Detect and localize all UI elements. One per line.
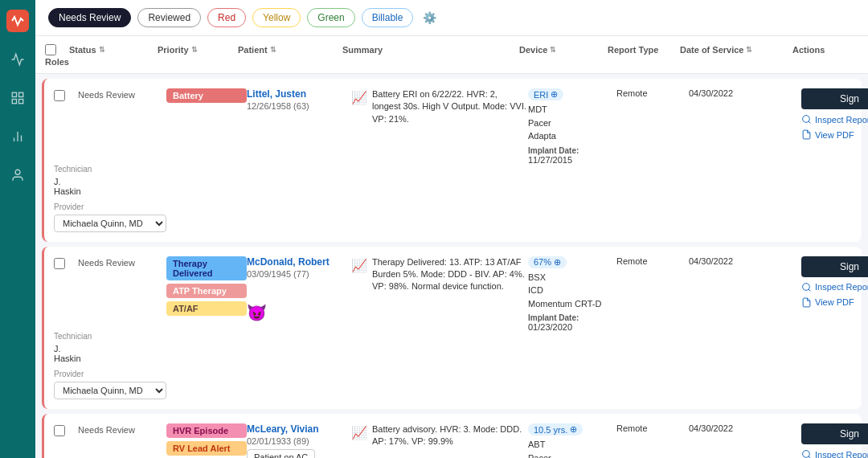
report-type: Remote [616,423,689,433]
view-pdf-link[interactable]: View PDF [801,129,868,140]
sign-button[interactable]: Sign [801,423,868,444]
summary-col: 📈 Battery advisory. HVR: 3. Mode: DDD. A… [351,423,528,448]
technician-label: Technician [54,332,78,341]
device-status-badge: ERI ⊕ [528,88,563,100]
device-status-badge: 10.5 yrs. ⊕ [528,423,583,436]
table-row: Needs Review Battery Littel, Justen 12/2… [42,79,862,242]
actions-col: Sign Inspect Report View PDF [801,423,868,458]
billable-filter[interactable]: Billable [362,8,414,27]
yellow-filter[interactable]: Yellow [252,8,301,27]
filter-icon[interactable]: ⚙️ [423,11,436,24]
device-col-header[interactable]: Device ⇅ [519,43,608,57]
implant-date: 01/23/2020 [528,322,616,332]
status-col-header[interactable]: Status ⇅ [69,43,158,57]
reviewed-filter[interactable]: Reviewed [137,8,201,27]
sign-button[interactable]: Sign [801,256,868,277]
red-filter[interactable]: Red [207,8,246,27]
patient-col: McDonald, Robert 03/09/1945 (77) 😈 [247,256,351,322]
date-of-service: 04/30/2022 [689,88,801,98]
provider-select[interactable]: Michaela Quinn, MD [54,215,166,232]
device-list: ABT Pacer Assurity MRI ⚠️ [528,438,616,458]
inspect-report-link[interactable]: Inspect Report [801,282,868,292]
row-checkbox[interactable] [54,425,65,436]
table-row: Needs Review Therapy Delivered ATP Thera… [42,247,862,410]
date-of-service: 04/30/2022 [689,256,801,266]
sidebar-dashboard-icon[interactable] [6,87,29,109]
row-status: Needs Review [78,88,166,100]
rv-lead-alert-badge: RV Lead Alert [166,441,247,456]
svg-point-7 [15,170,20,174]
sidebar-chart-icon[interactable] [6,125,29,148]
device-col: 10.5 yrs. ⊕ ABT Pacer Assurity MRI ⚠️ Da… [528,423,616,458]
summary-col-header[interactable]: Summary [342,43,519,57]
patient-dob: 02/01/1933 (89) [247,436,351,446]
summary-text: Therapy Delivered: 13. ATP: 13 AT/AF Bur… [372,256,528,293]
row-status: Needs Review [78,256,166,268]
priority-col: Battery [166,88,247,103]
svg-rect-1 [19,92,23,96]
roles-col-header: Roles [45,57,69,67]
device-col: 67% ⊕ BSX ICD Momentum CRT-D Implant Dat… [528,256,616,333]
priority-col: Therapy Delivered ATP Therapy AT/AF [166,256,247,316]
device-col: ERI ⊕ MDT Pacer Adapta Implant Date: 11/… [528,88,616,165]
summary-chart-icon: 📈 [351,90,367,125]
table-body: Needs Review Battery Littel, Justen 12/2… [35,74,868,458]
row-checkbox[interactable] [54,258,65,269]
actions-col-header: Actions [792,43,868,57]
row-checkbox[interactable] [54,90,65,101]
report-type: Remote [616,88,689,98]
patient-name[interactable]: McDonald, Robert [247,256,351,268]
provider-label: Provider [54,370,78,378]
device-list: BSX ICD Momentum CRT-D [528,271,616,311]
therapy-delivered-badge: Therapy Delivered [166,256,247,280]
report-type: Remote [616,256,689,266]
patient-dob: 03/09/1945 (77) [247,269,351,279]
svg-line-9 [809,121,810,123]
sidebar [0,0,35,458]
select-all-checkbox[interactable] [45,44,56,55]
table-row: Needs Review HVR Episode RV Lead Alert D… [42,414,862,458]
patient-dob: 12/26/1958 (63) [247,101,351,111]
report-type-col-header[interactable]: Report Type [608,43,680,57]
date-of-service: 04/30/2022 [689,423,801,433]
topbar: Needs Review Reviewed Red Yellow Green B… [35,0,868,36]
roles-col: Technician J. Haskin Provider Michaela Q… [54,165,78,232]
patient-name[interactable]: McLeary, Vivian [247,423,351,435]
implant-label: Implant Date: [528,146,616,155]
sidebar-activity-icon[interactable] [6,48,29,71]
implant-label: Implant Date: [528,313,616,322]
svg-point-8 [803,116,810,123]
summary-text: Battery ERI on 6/22/22. HVR: 2, longest … [372,88,528,125]
dos-col-header[interactable]: Date of Service ⇅ [680,43,792,57]
view-pdf-link[interactable]: View PDF [801,297,868,308]
provider-select[interactable]: Michaela Quinn, MD [54,382,166,399]
inspect-report-link[interactable]: Inspect Report [801,449,868,458]
actions-col: Sign Inspect Report View PDF [801,88,868,140]
patient-col-header[interactable]: Patient ⇅ [238,43,342,57]
patient-col: McLeary, Vivian 02/01/1933 (89) Patient … [247,423,351,458]
atp-therapy-badge: ATP Therapy [166,284,247,298]
technician-label: Technician [54,165,78,174]
svg-line-11 [809,289,810,291]
priority-col: HVR Episode RV Lead Alert Device Advisor… [166,423,247,458]
device-list: MDT Pacer Adapta [528,103,616,143]
needs-review-filter[interactable]: Needs Review [48,8,131,27]
patient-on-ac-button[interactable]: Patient on AC [247,449,315,458]
priority-col-header[interactable]: Priority ⇅ [158,43,238,57]
provider-label: Provider [54,202,78,211]
technician-name: J. Haskin [54,344,78,363]
ataf-badge: AT/AF [166,301,247,316]
technician-name: J. Haskin [54,177,78,196]
summary-chart-icon: 📈 [351,425,367,448]
table-header: Status ⇅ Priority ⇅ Patient ⇅ Summary De… [35,36,868,74]
summary-chart-icon: 📈 [351,258,367,293]
patient-name[interactable]: Littel, Justen [247,88,351,100]
green-filter[interactable]: Green [307,8,354,27]
battery-badge: Battery [166,88,247,103]
svg-point-10 [803,283,810,290]
sign-button[interactable]: Sign [801,88,868,109]
summary-col: 📈 Therapy Delivered: 13. ATP: 13 AT/AF B… [351,256,528,293]
inspect-report-link[interactable]: Inspect Report [801,114,868,125]
roles-col: Technician J. Haskin Provider Michaela Q… [54,332,78,399]
sidebar-user-icon[interactable] [6,164,29,186]
